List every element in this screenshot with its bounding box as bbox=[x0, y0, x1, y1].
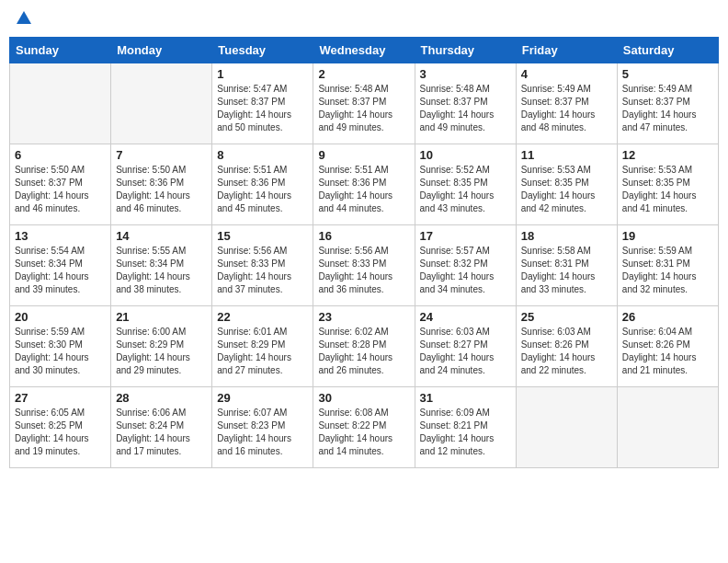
calendar-cell: 3Sunrise: 5:48 AMSunset: 8:37 PMDaylight… bbox=[415, 63, 516, 144]
calendar-cell: 15Sunrise: 5:56 AMSunset: 8:33 PMDayligh… bbox=[212, 225, 313, 306]
day-info: Sunrise: 5:58 AMSunset: 8:31 PMDaylight:… bbox=[521, 245, 612, 296]
day-info: Sunrise: 5:49 AMSunset: 8:37 PMDaylight:… bbox=[622, 83, 713, 134]
calendar-cell: 7Sunrise: 5:50 AMSunset: 8:36 PMDaylight… bbox=[111, 144, 212, 225]
day-number: 25 bbox=[521, 310, 612, 324]
calendar-cell: 17Sunrise: 5:57 AMSunset: 8:32 PMDayligh… bbox=[415, 225, 516, 306]
day-number: 28 bbox=[116, 391, 207, 405]
week-row-3: 13Sunrise: 5:54 AMSunset: 8:34 PMDayligh… bbox=[10, 225, 719, 306]
day-info: Sunrise: 5:48 AMSunset: 8:37 PMDaylight:… bbox=[318, 83, 409, 134]
calendar-cell: 28Sunrise: 6:06 AMSunset: 8:24 PMDayligh… bbox=[111, 387, 212, 468]
day-number: 31 bbox=[420, 391, 511, 405]
calendar-cell: 22Sunrise: 6:01 AMSunset: 8:29 PMDayligh… bbox=[212, 306, 313, 387]
day-info: Sunrise: 5:47 AMSunset: 8:37 PMDaylight:… bbox=[217, 83, 308, 134]
day-info: Sunrise: 5:56 AMSunset: 8:33 PMDaylight:… bbox=[318, 245, 409, 296]
day-number: 4 bbox=[521, 67, 612, 81]
day-number: 10 bbox=[420, 148, 511, 162]
calendar-cell: 27Sunrise: 6:05 AMSunset: 8:25 PMDayligh… bbox=[10, 387, 111, 468]
day-number: 18 bbox=[521, 229, 612, 243]
calendar-cell: 1Sunrise: 5:47 AMSunset: 8:37 PMDaylight… bbox=[212, 63, 313, 144]
day-number: 22 bbox=[217, 310, 308, 324]
calendar-cell: 31Sunrise: 6:09 AMSunset: 8:21 PMDayligh… bbox=[415, 387, 516, 468]
day-number: 23 bbox=[318, 310, 409, 324]
day-info: Sunrise: 5:56 AMSunset: 8:33 PMDaylight:… bbox=[217, 245, 308, 296]
calendar-cell: 14Sunrise: 5:55 AMSunset: 8:34 PMDayligh… bbox=[111, 225, 212, 306]
day-number: 26 bbox=[622, 310, 713, 324]
day-info: Sunrise: 6:00 AMSunset: 8:29 PMDaylight:… bbox=[116, 326, 207, 377]
day-info: Sunrise: 6:06 AMSunset: 8:24 PMDaylight:… bbox=[116, 407, 207, 458]
calendar-cell: 21Sunrise: 6:00 AMSunset: 8:29 PMDayligh… bbox=[111, 306, 212, 387]
calendar-cell: 11Sunrise: 5:53 AMSunset: 8:35 PMDayligh… bbox=[516, 144, 617, 225]
weekday-header-row: SundayMondayTuesdayWednesdayThursdayFrid… bbox=[10, 38, 719, 63]
weekday-header-wednesday: Wednesday bbox=[313, 38, 415, 63]
calendar-cell bbox=[617, 387, 718, 468]
day-number: 29 bbox=[217, 391, 308, 405]
logo bbox=[13, 9, 33, 29]
day-info: Sunrise: 6:05 AMSunset: 8:25 PMDaylight:… bbox=[15, 407, 106, 458]
calendar-cell: 30Sunrise: 6:08 AMSunset: 8:22 PMDayligh… bbox=[313, 387, 415, 468]
day-number: 3 bbox=[420, 67, 511, 81]
page-header bbox=[9, 9, 719, 29]
day-number: 5 bbox=[622, 67, 713, 81]
calendar-cell: 19Sunrise: 5:59 AMSunset: 8:31 PMDayligh… bbox=[617, 225, 718, 306]
calendar-cell: 4Sunrise: 5:49 AMSunset: 8:37 PMDaylight… bbox=[516, 63, 617, 144]
day-number: 15 bbox=[217, 229, 308, 243]
calendar-cell: 24Sunrise: 6:03 AMSunset: 8:27 PMDayligh… bbox=[415, 306, 516, 387]
day-info: Sunrise: 5:51 AMSunset: 8:36 PMDaylight:… bbox=[217, 164, 308, 215]
calendar-cell: 23Sunrise: 6:02 AMSunset: 8:28 PMDayligh… bbox=[313, 306, 415, 387]
day-number: 13 bbox=[15, 229, 106, 243]
day-number: 8 bbox=[217, 148, 308, 162]
day-info: Sunrise: 5:50 AMSunset: 8:37 PMDaylight:… bbox=[15, 164, 106, 215]
day-info: Sunrise: 5:51 AMSunset: 8:36 PMDaylight:… bbox=[318, 164, 409, 215]
week-row-2: 6Sunrise: 5:50 AMSunset: 8:37 PMDaylight… bbox=[10, 144, 719, 225]
logo-icon bbox=[15, 9, 33, 28]
day-info: Sunrise: 6:07 AMSunset: 8:23 PMDaylight:… bbox=[217, 407, 308, 458]
day-info: Sunrise: 5:54 AMSunset: 8:34 PMDaylight:… bbox=[15, 245, 106, 296]
calendar-cell: 16Sunrise: 5:56 AMSunset: 8:33 PMDayligh… bbox=[313, 225, 415, 306]
weekday-header-monday: Monday bbox=[111, 38, 212, 63]
week-row-5: 27Sunrise: 6:05 AMSunset: 8:25 PMDayligh… bbox=[10, 387, 719, 468]
weekday-header-sunday: Sunday bbox=[10, 38, 111, 63]
svg-marker-0 bbox=[17, 11, 31, 24]
day-number: 1 bbox=[217, 67, 308, 81]
day-info: Sunrise: 5:52 AMSunset: 8:35 PMDaylight:… bbox=[420, 164, 511, 215]
calendar-cell: 2Sunrise: 5:48 AMSunset: 8:37 PMDaylight… bbox=[313, 63, 415, 144]
day-info: Sunrise: 5:59 AMSunset: 8:30 PMDaylight:… bbox=[15, 326, 106, 377]
calendar-cell bbox=[10, 63, 111, 144]
day-info: Sunrise: 6:03 AMSunset: 8:27 PMDaylight:… bbox=[420, 326, 511, 377]
week-row-1: 1Sunrise: 5:47 AMSunset: 8:37 PMDaylight… bbox=[10, 63, 719, 144]
day-info: Sunrise: 5:53 AMSunset: 8:35 PMDaylight:… bbox=[521, 164, 612, 215]
day-info: Sunrise: 6:02 AMSunset: 8:28 PMDaylight:… bbox=[318, 326, 409, 377]
day-number: 12 bbox=[622, 148, 713, 162]
calendar-cell: 9Sunrise: 5:51 AMSunset: 8:36 PMDaylight… bbox=[313, 144, 415, 225]
calendar-cell: 12Sunrise: 5:53 AMSunset: 8:35 PMDayligh… bbox=[617, 144, 718, 225]
calendar-cell: 18Sunrise: 5:58 AMSunset: 8:31 PMDayligh… bbox=[516, 225, 617, 306]
day-number: 20 bbox=[15, 310, 106, 324]
day-number: 27 bbox=[15, 391, 106, 405]
day-info: Sunrise: 5:49 AMSunset: 8:37 PMDaylight:… bbox=[521, 83, 612, 134]
calendar-cell: 8Sunrise: 5:51 AMSunset: 8:36 PMDaylight… bbox=[212, 144, 313, 225]
day-number: 11 bbox=[521, 148, 612, 162]
day-info: Sunrise: 6:01 AMSunset: 8:29 PMDaylight:… bbox=[217, 326, 308, 377]
weekday-header-thursday: Thursday bbox=[415, 38, 516, 63]
day-number: 6 bbox=[15, 148, 106, 162]
day-info: Sunrise: 5:53 AMSunset: 8:35 PMDaylight:… bbox=[622, 164, 713, 215]
day-number: 30 bbox=[318, 391, 409, 405]
day-info: Sunrise: 6:09 AMSunset: 8:21 PMDaylight:… bbox=[420, 407, 511, 458]
day-info: Sunrise: 5:50 AMSunset: 8:36 PMDaylight:… bbox=[116, 164, 207, 215]
calendar-table: SundayMondayTuesdayWednesdayThursdayFrid… bbox=[9, 37, 719, 468]
day-info: Sunrise: 5:48 AMSunset: 8:37 PMDaylight:… bbox=[420, 83, 511, 134]
day-info: Sunrise: 6:03 AMSunset: 8:26 PMDaylight:… bbox=[521, 326, 612, 377]
day-number: 9 bbox=[318, 148, 409, 162]
weekday-header-friday: Friday bbox=[516, 38, 617, 63]
calendar-cell: 10Sunrise: 5:52 AMSunset: 8:35 PMDayligh… bbox=[415, 144, 516, 225]
day-number: 19 bbox=[622, 229, 713, 243]
day-info: Sunrise: 6:08 AMSunset: 8:22 PMDaylight:… bbox=[318, 407, 409, 458]
calendar-cell: 5Sunrise: 5:49 AMSunset: 8:37 PMDaylight… bbox=[617, 63, 718, 144]
calendar-cell: 25Sunrise: 6:03 AMSunset: 8:26 PMDayligh… bbox=[516, 306, 617, 387]
week-row-4: 20Sunrise: 5:59 AMSunset: 8:30 PMDayligh… bbox=[10, 306, 719, 387]
calendar-cell bbox=[111, 63, 212, 144]
day-number: 16 bbox=[318, 229, 409, 243]
calendar-cell bbox=[516, 387, 617, 468]
day-number: 21 bbox=[116, 310, 207, 324]
calendar-cell: 6Sunrise: 5:50 AMSunset: 8:37 PMDaylight… bbox=[10, 144, 111, 225]
